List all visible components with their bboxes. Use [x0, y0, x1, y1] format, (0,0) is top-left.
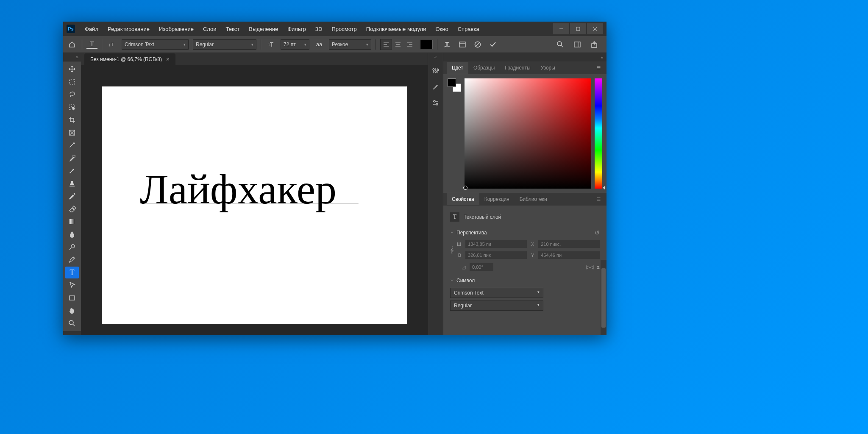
- font-size-dropdown[interactable]: 72 пт: [281, 39, 309, 50]
- object-select-tool[interactable]: [65, 101, 79, 113]
- stamp-tool[interactable]: [65, 178, 79, 189]
- align-right-button[interactable]: [404, 39, 416, 50]
- font-size-icon: тТ: [265, 39, 276, 50]
- rectangle-tool[interactable]: [65, 292, 79, 304]
- menu-item[interactable]: Выделение: [245, 24, 282, 34]
- cancel-icon[interactable]: [472, 39, 483, 50]
- type-tool-indicator-icon[interactable]: T: [86, 40, 97, 49]
- menu-item[interactable]: Фильтр: [284, 24, 310, 34]
- share-icon[interactable]: [589, 39, 600, 50]
- menu-item[interactable]: Редактирование: [104, 24, 153, 34]
- scrollbar-thumb[interactable]: [601, 268, 606, 328]
- panel-tab[interactable]: Свойства: [447, 193, 479, 205]
- home-icon[interactable]: [67, 39, 78, 50]
- move-tool[interactable]: [65, 63, 79, 75]
- color-panel-tabs: ЦветОбразцыГрадиентыУзоры≡: [443, 61, 606, 74]
- pen-tool[interactable]: [65, 254, 79, 266]
- panel-tab[interactable]: Коррекция: [479, 193, 515, 205]
- flip-vertical-icon[interactable]: ⧗: [596, 264, 600, 270]
- menu-item[interactable]: Файл: [81, 24, 102, 34]
- dodge-tool[interactable]: [65, 241, 79, 253]
- menu-item[interactable]: Просмотр: [328, 24, 360, 34]
- hand-tool[interactable]: [65, 305, 79, 317]
- height-value[interactable]: 326,81 пик: [465, 251, 527, 259]
- frame-tool[interactable]: [65, 127, 79, 139]
- panels-collapse-toggle[interactable]: »: [443, 53, 606, 61]
- character-panel-icon[interactable]: [457, 39, 468, 50]
- gradient-tool[interactable]: [65, 216, 79, 228]
- menu-item[interactable]: Слои: [199, 24, 220, 34]
- maximize-button[interactable]: [570, 23, 586, 34]
- flip-horizontal-icon[interactable]: ▷◁: [586, 264, 594, 270]
- hue-slider[interactable]: [595, 78, 602, 189]
- menu-item[interactable]: Справка: [454, 24, 483, 34]
- type-tool[interactable]: T: [65, 267, 79, 278]
- brush-tool[interactable]: [65, 165, 79, 177]
- align-center-button[interactable]: [392, 39, 404, 50]
- link-dimensions-icon[interactable]: 𝄞: [450, 246, 453, 253]
- properties-scrollbar[interactable]: [601, 260, 606, 335]
- color-panel-menu-icon[interactable]: ≡: [594, 64, 603, 72]
- history-brush-tool[interactable]: [65, 190, 79, 202]
- minimize-button[interactable]: [553, 23, 569, 34]
- app-window: Ps ФайлРедактированиеИзображениеСлоиТекс…: [63, 22, 606, 335]
- width-label: Ш: [457, 242, 461, 247]
- warp-text-icon[interactable]: T: [442, 39, 453, 50]
- svg-point-34: [69, 320, 73, 325]
- marquee-tool[interactable]: [65, 76, 79, 88]
- search-icon[interactable]: [555, 39, 566, 50]
- crop-tool[interactable]: [65, 114, 79, 126]
- path-select-tool[interactable]: [65, 279, 79, 291]
- foreground-background-swatches[interactable]: [448, 78, 461, 92]
- width-value[interactable]: 1343,85 пи: [465, 240, 527, 248]
- panel-tab[interactable]: Образцы: [468, 62, 500, 74]
- symbol-section-header[interactable]: ﹀ Символ: [450, 278, 600, 284]
- commit-icon[interactable]: [487, 39, 498, 50]
- workspace-icon[interactable]: [572, 39, 583, 50]
- tab-close-icon[interactable]: ×: [166, 56, 170, 63]
- healing-brush-tool[interactable]: [65, 152, 79, 164]
- x-value[interactable]: 210 пикс.: [538, 240, 600, 248]
- y-value[interactable]: 454,46 пи: [538, 251, 600, 259]
- toolbox-collapse-toggle[interactable]: »: [63, 53, 81, 61]
- symbol-font-dropdown[interactable]: Crimson Text: [450, 288, 543, 298]
- panel-tab[interactable]: Градиенты: [500, 62, 535, 74]
- reset-icon[interactable]: ↺: [595, 229, 600, 236]
- foreground-color-swatch[interactable]: [448, 78, 456, 87]
- panel-tab[interactable]: Цвет: [447, 62, 468, 74]
- panel-tab[interactable]: Библиотеки: [515, 193, 552, 205]
- close-button[interactable]: [587, 23, 603, 34]
- menu-item[interactable]: Текст: [222, 24, 244, 34]
- menu-item[interactable]: Изображение: [155, 24, 198, 34]
- panel-strip-toggle[interactable]: «: [434, 55, 437, 59]
- document-tab[interactable]: Без имени-1 @ 66,7% (RGB/8) ×: [84, 53, 175, 65]
- align-left-button[interactable]: [380, 39, 392, 50]
- text-orientation-icon[interactable]: ↓T: [106, 39, 117, 50]
- svg-point-44: [434, 100, 435, 102]
- panel-tab[interactable]: Узоры: [536, 62, 560, 74]
- eraser-tool[interactable]: [65, 203, 79, 215]
- lasso-tool[interactable]: [65, 89, 79, 100]
- color-field-picker[interactable]: [465, 78, 591, 189]
- perspective-section-header[interactable]: ﹀ Перспектива ↺: [450, 229, 600, 236]
- canvas[interactable]: Лайфхакер: [102, 86, 407, 324]
- menu-item[interactable]: 3D: [312, 24, 326, 34]
- rotation-value[interactable]: 0,00°: [470, 263, 493, 271]
- canvas-viewport[interactable]: Лайфхакер: [81, 65, 428, 335]
- brush-settings-icon[interactable]: [431, 98, 441, 108]
- text-color-swatch[interactable]: [420, 40, 433, 49]
- zoom-tool[interactable]: [65, 317, 79, 329]
- font-family-dropdown[interactable]: Crimson Text: [122, 39, 189, 50]
- eyedropper-tool[interactable]: [65, 139, 79, 151]
- font-style-dropdown[interactable]: Regular: [193, 39, 256, 50]
- blur-tool[interactable]: [65, 228, 79, 240]
- adjustments-icon[interactable]: [431, 66, 441, 76]
- menu-item[interactable]: Подключаемые модули: [362, 24, 430, 34]
- properties-panel-menu-icon[interactable]: ≡: [594, 195, 603, 203]
- brushes-icon[interactable]: [431, 82, 441, 92]
- canvas-text-layer[interactable]: Лайфхакер: [140, 165, 337, 214]
- antialias-label: aа: [314, 39, 325, 50]
- symbol-style-dropdown[interactable]: Regular: [450, 300, 543, 311]
- antialias-dropdown[interactable]: Резкое: [329, 39, 371, 50]
- menu-item[interactable]: Окно: [431, 24, 452, 34]
